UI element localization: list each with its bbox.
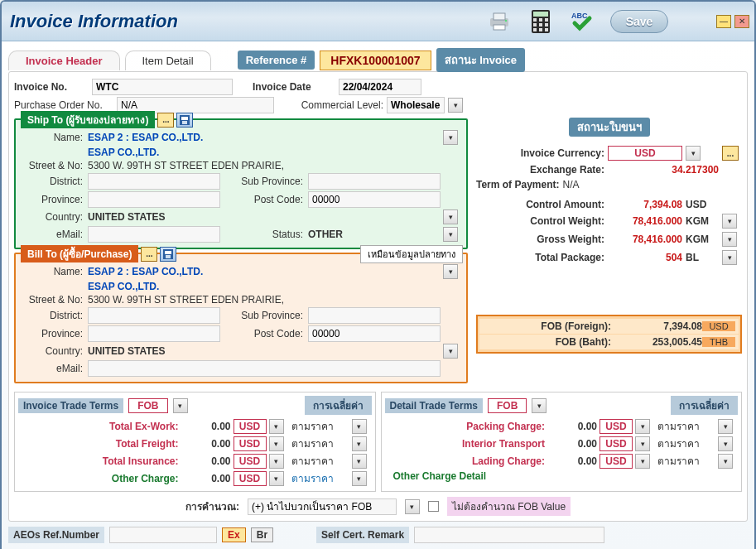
invoice-no-input[interactable]: [92, 79, 233, 95]
bill-street-value[interactable]: 5300 W. 99TH ST STREET EDEN PRAIRIE,: [88, 294, 463, 306]
copy-shipto-button[interactable]: เหมือนข้อมูลปลายทาง: [360, 245, 463, 263]
ship-country-value[interactable]: UNITED STATES: [88, 211, 441, 223]
bill-name-value[interactable]: ESAP 2 : ESAP CO.,LTD.: [88, 266, 441, 277]
calc-method-input[interactable]: [248, 498, 397, 515]
bill-country-dropdown[interactable]: ▾: [443, 344, 458, 359]
calculator-icon[interactable]: [527, 8, 554, 35]
tot-pkg-unit[interactable]: BL: [686, 252, 719, 263]
freight-unit[interactable]: USD: [234, 436, 267, 451]
shipment-status-header[interactable]: สถานะใบขนฯ: [569, 118, 650, 137]
interior-unit-dropdown[interactable]: ▾: [635, 436, 650, 451]
tab-item-detail[interactable]: Item Detail: [125, 51, 211, 70]
bill-province-input[interactable]: [88, 325, 220, 342]
bill-name-dropdown[interactable]: ▾: [443, 264, 458, 279]
other-charge-value[interactable]: 0.00: [181, 473, 231, 484]
lading-unit-dropdown[interactable]: ▾: [635, 454, 650, 469]
invoice-avg-button[interactable]: การเฉลี่ยค่า: [305, 396, 372, 415]
ship-district-input[interactable]: [88, 173, 220, 190]
inv-currency-dropdown[interactable]: ▾: [686, 146, 701, 161]
other-charge-unit-dropdown[interactable]: ▾: [269, 471, 284, 486]
packing-unit[interactable]: USD: [600, 419, 633, 434]
tab-invoice-header[interactable]: Invoice Header: [8, 51, 120, 70]
invoice-trade-term-dropdown[interactable]: ▾: [173, 398, 188, 413]
inv-currency-browse[interactable]: ...: [722, 146, 739, 161]
insurance-unit[interactable]: USD: [234, 454, 267, 469]
ship-to-save-button[interactable]: [176, 113, 193, 128]
bill-subprov-input[interactable]: [308, 307, 441, 324]
exwork-unit-dropdown[interactable]: ▾: [269, 419, 284, 434]
interior-value[interactable]: 0.00: [547, 438, 597, 450]
other-charge-unit[interactable]: USD: [234, 471, 267, 486]
lading-basis[interactable]: ตามราคา: [657, 453, 715, 469]
ship-status-dropdown[interactable]: ▾: [443, 227, 458, 242]
packing-basis-dropdown[interactable]: ▾: [718, 419, 733, 434]
insurance-basis-dropdown[interactable]: ▾: [352, 454, 367, 469]
exwork-value[interactable]: 0.00: [181, 421, 231, 432]
lading-value[interactable]: 0.00: [547, 455, 597, 467]
bill-post-input[interactable]: [308, 325, 441, 342]
exwork-unit[interactable]: USD: [234, 419, 267, 434]
freight-value[interactable]: 0.00: [181, 438, 231, 450]
detail-trade-term-dropdown[interactable]: ▾: [532, 398, 547, 413]
exwork-basis-dropdown[interactable]: ▾: [352, 419, 367, 434]
bill-country-value[interactable]: UNITED STATES: [88, 345, 441, 357]
lading-unit[interactable]: USD: [600, 454, 633, 469]
freight-basis[interactable]: ตามราคา: [291, 436, 349, 451]
gross-wt-unit[interactable]: KGM: [686, 234, 719, 245]
insurance-value[interactable]: 0.00: [181, 455, 231, 467]
aeo-input[interactable]: [109, 527, 217, 543]
ship-name-dropdown[interactable]: ▾: [443, 130, 458, 145]
bill-to-save-button[interactable]: [160, 247, 176, 262]
ship-country-dropdown[interactable]: ▾: [443, 209, 458, 224]
insurance-basis[interactable]: ตามราคา: [291, 453, 349, 469]
packing-value[interactable]: 0.00: [547, 421, 597, 432]
ship-email-input[interactable]: [88, 226, 220, 243]
ship-name-value[interactable]: ESAP 2 : ESAP CO.,LTD.: [88, 132, 441, 143]
exwork-basis[interactable]: ตามราคา: [291, 418, 349, 434]
other-charge-basis-dropdown[interactable]: ▾: [352, 471, 367, 486]
commercial-level-dropdown[interactable]: ▾: [448, 98, 463, 113]
print-icon[interactable]: [486, 8, 513, 35]
interior-unit[interactable]: USD: [600, 436, 633, 451]
bill-to-browse-button[interactable]: ...: [141, 247, 157, 262]
ship-province-input[interactable]: [88, 191, 220, 208]
terms-value[interactable]: N/A: [562, 179, 579, 190]
freight-unit-dropdown[interactable]: ▾: [269, 436, 284, 451]
spellcheck-icon[interactable]: ABC: [569, 8, 595, 35]
ship-to-browse-button[interactable]: ...: [157, 113, 174, 128]
ship-subprov-input[interactable]: [308, 173, 441, 190]
packing-basis[interactable]: ตามราคา: [657, 418, 715, 434]
ship-status-value[interactable]: OTHER: [308, 229, 441, 240]
commercial-level-input[interactable]: [387, 97, 445, 113]
minimize-button[interactable]: —: [716, 15, 731, 28]
selfcert-input[interactable]: [414, 527, 604, 543]
invoice-trade-term-value[interactable]: FOB: [128, 398, 167, 413]
lading-basis-dropdown[interactable]: ▾: [718, 454, 733, 469]
packing-unit-dropdown[interactable]: ▾: [635, 419, 650, 434]
bill-district-input[interactable]: [88, 307, 220, 324]
invoice-date-input[interactable]: [339, 79, 421, 95]
freight-basis-dropdown[interactable]: ▾: [352, 436, 367, 451]
ship-street-value[interactable]: 5300 W. 99TH ST STREET EDEN PRAIRIE,: [88, 160, 463, 171]
insurance-unit-dropdown[interactable]: ▾: [269, 454, 284, 469]
tot-pkg-dropdown[interactable]: ▾: [722, 250, 737, 265]
calc-method-dropdown[interactable]: ▾: [405, 499, 420, 514]
save-button[interactable]: Save: [610, 10, 668, 33]
nofob-checkbox[interactable]: [428, 501, 439, 512]
br-button[interactable]: Br: [251, 527, 273, 542]
interior-basis-dropdown[interactable]: ▾: [718, 436, 733, 451]
ex-button[interactable]: Ex: [222, 527, 246, 542]
ship-post-input[interactable]: [308, 191, 441, 208]
detail-trade-term-value[interactable]: FOB: [488, 398, 527, 413]
ctrl-wt-dropdown[interactable]: ▾: [722, 214, 737, 229]
inv-currency-value[interactable]: USD: [608, 146, 682, 161]
other-charge-detail-label[interactable]: Other Charge Detail: [385, 470, 739, 482]
gross-wt-dropdown[interactable]: ▾: [722, 232, 737, 247]
detail-avg-button[interactable]: การเฉลี่ยค่า: [671, 396, 738, 415]
other-charge-basis[interactable]: ตามราคา: [291, 470, 349, 486]
interior-basis[interactable]: ตามราคา: [657, 436, 715, 451]
close-button[interactable]: ✕: [734, 15, 749, 28]
ctrl-wt-unit[interactable]: KGM: [686, 215, 719, 227]
bill-email-input[interactable]: [88, 360, 441, 377]
invoice-status-label[interactable]: สถานะ Invoice: [436, 48, 525, 72]
